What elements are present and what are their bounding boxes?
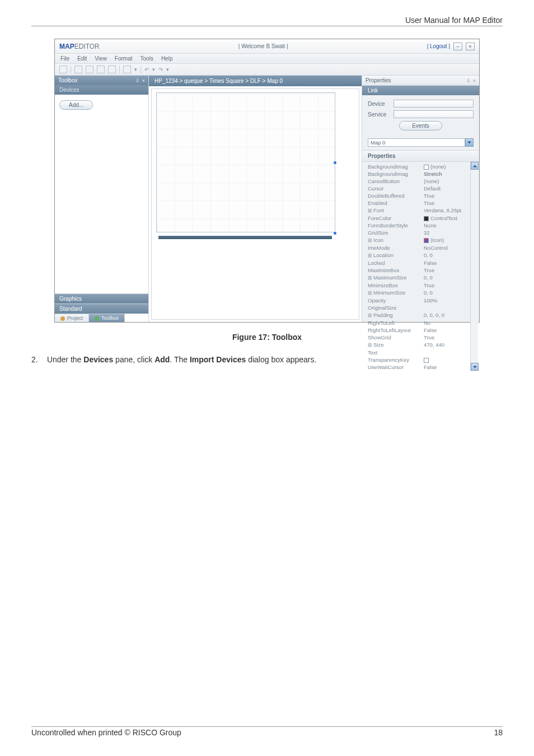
property-row[interactable]: ⊞MaximumSize0, 0 bbox=[368, 274, 469, 282]
tab-toolbox-label: Toolbox bbox=[101, 315, 119, 321]
property-row[interactable]: RightToLeftLayoutFalse bbox=[368, 326, 469, 334]
chevron-down-icon[interactable] bbox=[465, 138, 474, 147]
doc-header: User Manual for MAP Editor bbox=[31, 16, 503, 26]
tab-project-label: Project bbox=[67, 315, 83, 321]
pin-icon[interactable]: ⇩ bbox=[135, 78, 140, 83]
pin-icon[interactable]: ⇩ bbox=[466, 78, 471, 83]
device-field[interactable] bbox=[394, 100, 474, 108]
page-number: 18 bbox=[494, 728, 503, 737]
delete-icon[interactable] bbox=[108, 66, 116, 73]
scroll-up-icon[interactable] bbox=[471, 162, 479, 170]
breadcrumb: HP_1234 > queque > Times Square > DLF > … bbox=[149, 76, 362, 86]
logout-link[interactable]: | Logout | bbox=[427, 43, 450, 49]
property-row[interactable]: UseWaitCursorFalse bbox=[368, 363, 469, 371]
service-label: Service bbox=[368, 111, 394, 118]
property-row[interactable]: TransparencyKey bbox=[368, 356, 469, 363]
property-row[interactable]: Opacity100% bbox=[368, 297, 469, 304]
property-row[interactable]: BackgroundImagStretch bbox=[368, 170, 469, 178]
tab-toolbox[interactable]: Toolbox bbox=[89, 314, 125, 322]
close-button[interactable]: × bbox=[466, 43, 475, 50]
zoom-icon[interactable] bbox=[123, 66, 131, 73]
properties-grid-header: Properties bbox=[362, 150, 479, 162]
property-row[interactable]: CursorDefault bbox=[368, 185, 469, 192]
property-row[interactable]: ImeModeNoControl bbox=[368, 244, 469, 251]
property-row[interactable]: CancelButton(none) bbox=[368, 178, 469, 185]
property-row[interactable]: EnabledTrue bbox=[368, 199, 469, 207]
property-row[interactable]: ⊞FontVerdana, 8.25pt bbox=[368, 207, 469, 214]
property-row[interactable]: MaximizeBoxTrue bbox=[368, 267, 469, 274]
toolbox-label: Toolbox bbox=[58, 77, 77, 83]
tab-project[interactable]: Project bbox=[55, 314, 89, 322]
link-section: Link bbox=[362, 86, 479, 95]
object-combo[interactable]: Map 0 bbox=[368, 138, 474, 147]
step-number: 2. bbox=[31, 355, 45, 364]
paste-icon[interactable] bbox=[97, 66, 105, 73]
add-button[interactable]: Add... bbox=[59, 100, 93, 110]
property-row[interactable]: GridSize32 bbox=[368, 229, 469, 236]
app-title-brand: MAP bbox=[59, 43, 74, 50]
map-canvas[interactable] bbox=[151, 88, 359, 320]
footer-left: Uncontrolled when printed © RISCO Group bbox=[31, 728, 181, 737]
devices-section[interactable]: Devices bbox=[55, 85, 148, 95]
close-icon[interactable]: × bbox=[473, 78, 476, 83]
menu-file[interactable]: File bbox=[60, 55, 69, 62]
app-title-rest: EDITOR bbox=[74, 43, 100, 50]
redo-icon[interactable]: ↷ bbox=[158, 67, 163, 73]
object-combo-value: Map 0 bbox=[368, 138, 465, 147]
scroll-down-icon[interactable] bbox=[471, 363, 479, 371]
property-row[interactable]: ShowGridTrue bbox=[368, 334, 469, 341]
copy-icon[interactable] bbox=[86, 66, 93, 73]
menu-tools[interactable]: Tools bbox=[140, 55, 153, 62]
menu-help[interactable]: Help bbox=[161, 55, 173, 62]
close-icon[interactable]: × bbox=[142, 78, 145, 83]
tool-bar: ▾ ↶▾ ↷▾ bbox=[55, 64, 479, 76]
property-row[interactable]: MinimizeBoxTrue bbox=[368, 282, 469, 289]
cut-icon[interactable] bbox=[74, 66, 82, 73]
property-row[interactable]: Text bbox=[368, 349, 469, 356]
welcome-text: | Welcome B Swati | bbox=[100, 43, 427, 49]
events-button[interactable]: Events bbox=[399, 121, 442, 130]
menu-edit[interactable]: Edit bbox=[77, 55, 87, 62]
property-row[interactable]: DoubleBufferedTrue bbox=[368, 192, 469, 199]
title-bar: MAPEDITOR | Welcome B Swati | | Logout |… bbox=[55, 39, 479, 54]
property-row[interactable]: ForeColorControlText bbox=[368, 214, 469, 222]
toolbar-icon-1[interactable] bbox=[59, 66, 67, 73]
app-screenshot: MAPEDITOR | Welcome B Swati | | Logout |… bbox=[54, 39, 480, 323]
property-row[interactable]: OriginalSize bbox=[368, 304, 469, 311]
properties-title-label: Properties bbox=[366, 77, 391, 83]
device-label: Device bbox=[368, 101, 394, 107]
map-handle-bar[interactable] bbox=[158, 236, 332, 239]
scrollbar[interactable] bbox=[470, 162, 478, 371]
menu-bar: File Edit View Format Tools Help bbox=[55, 54, 479, 64]
property-row[interactable]: RightToLeftNo bbox=[368, 319, 469, 326]
menu-view[interactable]: View bbox=[95, 55, 107, 62]
standard-section[interactable]: Standard bbox=[55, 304, 148, 314]
properties-grid[interactable]: BackgroundImag(none)BackgroundImagStretc… bbox=[368, 162, 479, 371]
app-title: MAPEDITOR bbox=[59, 43, 100, 50]
toolbox-panel-title: Toolbox ⇩× bbox=[55, 76, 148, 85]
minimize-button[interactable]: – bbox=[453, 43, 462, 50]
properties-panel-title: Properties ⇩× bbox=[362, 76, 479, 86]
property-row[interactable]: ⊞Size470, 440 bbox=[368, 341, 469, 349]
property-row[interactable]: ⊞Padding0, 0, 0, 0 bbox=[368, 311, 469, 319]
undo-icon[interactable]: ↶ bbox=[144, 67, 149, 73]
menu-format[interactable]: Format bbox=[115, 55, 133, 62]
property-row[interactable]: ⊞Location0, 0 bbox=[368, 251, 469, 259]
property-row[interactable]: LockedFalse bbox=[368, 259, 469, 267]
property-row[interactable]: ⊞MinimumSize0, 0 bbox=[368, 289, 469, 297]
service-field[interactable] bbox=[394, 110, 474, 118]
property-row[interactable]: BackgroundImag(none) bbox=[368, 163, 469, 170]
property-row[interactable]: FormBorderStyleNone bbox=[368, 222, 469, 229]
graphics-section[interactable]: Graphics bbox=[55, 293, 148, 304]
property-row[interactable]: ⊞Icon(Icon) bbox=[368, 236, 469, 244]
